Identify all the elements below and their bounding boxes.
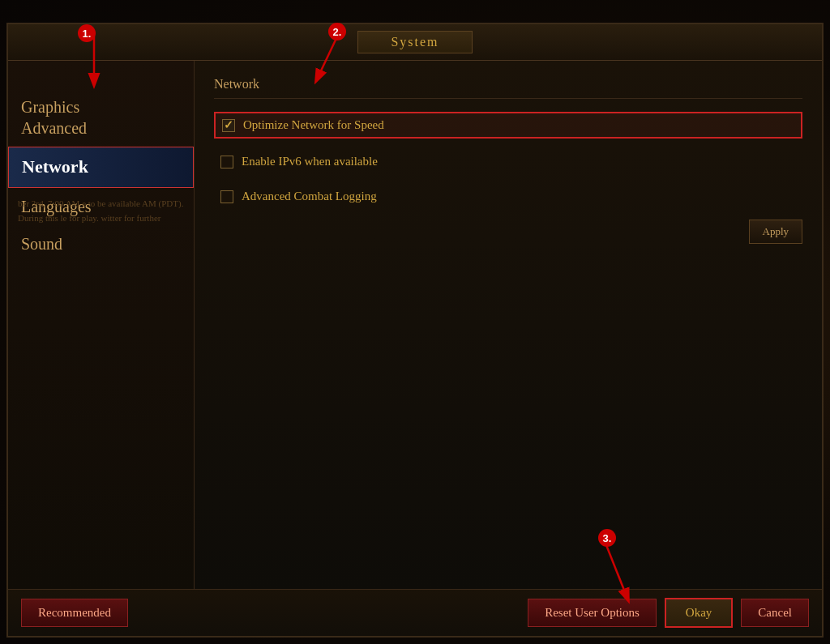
enable-ipv6-label: Enable IPv6 when available: [242, 155, 378, 168]
panel-title: Network: [214, 77, 802, 99]
footer-right: Reset User Options Okay Cancel: [528, 598, 809, 628]
sidebar-item-sound[interactable]: Sound: [8, 225, 194, 262]
cancel-button[interactable]: Cancel: [741, 599, 809, 627]
sidebar: Graphics Advanced Network Languages Soun…: [8, 61, 195, 589]
apply-button[interactable]: Apply: [749, 220, 803, 244]
sidebar-item-network[interactable]: Network: [8, 147, 194, 188]
checkmark-icon: ✓: [224, 118, 233, 132]
advanced-combat-logging-checkbox[interactable]: [220, 190, 233, 203]
system-dialog: System Graphics Advanced Network Languag…: [6, 23, 824, 638]
enable-ipv6-checkbox[interactable]: [220, 156, 233, 168]
reset-button[interactable]: Reset User Options: [528, 599, 657, 627]
advanced-combat-logging-label: Advanced Combat Logging: [242, 190, 377, 203]
dialog-footer: Recommended Reset User Options Okay Canc…: [8, 589, 822, 636]
sidebar-item-languages[interactable]: Languages: [8, 188, 194, 225]
dialog-body: Graphics Advanced Network Languages Soun…: [8, 61, 822, 589]
advanced-combat-logging-row[interactable]: Advanced Combat Logging: [214, 185, 802, 208]
dialog-title: System: [357, 31, 472, 53]
okay-button[interactable]: Okay: [665, 598, 734, 628]
sidebar-item-graphics-advanced[interactable]: Graphics Advanced: [8, 67, 194, 147]
recommended-button[interactable]: Recommended: [21, 599, 128, 627]
title-bar: System: [8, 24, 822, 61]
content-panel: Network ✓ Optimize Network for Speed Ena…: [195, 61, 822, 589]
optimize-network-row[interactable]: ✓ Optimize Network for Speed: [214, 112, 802, 139]
enable-ipv6-row[interactable]: Enable IPv6 when available: [214, 150, 802, 173]
optimize-network-checkbox[interactable]: ✓: [222, 119, 235, 132]
footer-left: Recommended: [21, 599, 128, 627]
optimize-network-label: Optimize Network for Speed: [243, 118, 384, 132]
